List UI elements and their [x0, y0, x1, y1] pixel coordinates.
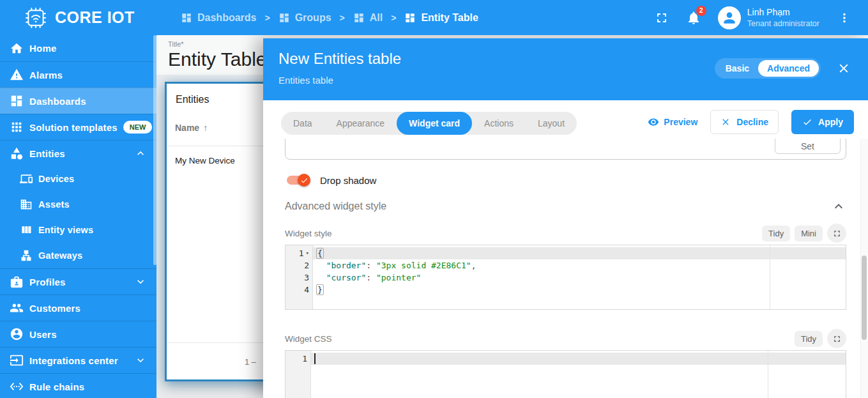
line-number: 1 [286, 353, 310, 365]
sidebar-item-label: Integrations center [29, 355, 118, 366]
chevron-down-icon[interactable] [134, 275, 147, 288]
sidebar-item-label: Home [29, 43, 56, 54]
sidebar-item-customers[interactable]: Customers [0, 295, 156, 321]
breadcrumb-item-dashboards[interactable]: Dashboards [181, 12, 256, 24]
notifications-button[interactable]: 2 [686, 10, 701, 26]
sidebar-item-gateways[interactable]: Gateways [0, 243, 156, 268]
code-area[interactable]: { "border": "3px solid #2E86C1", "cursor… [313, 245, 846, 309]
mode-option-basic[interactable]: Basic [717, 60, 758, 77]
sidebar-item-devices[interactable]: Devices [0, 166, 156, 192]
sidebar-item-entities[interactable]: Entities [0, 140, 156, 166]
x-icon [720, 117, 731, 127]
breadcrumb-item-all[interactable]: All [353, 12, 383, 24]
text-cursor [314, 353, 316, 364]
sidebar-item-users[interactable]: Users [0, 321, 156, 347]
widget-style-tidy-button[interactable]: Tidy [762, 226, 790, 241]
fullscreen-icon [832, 334, 842, 344]
modal-scrollbar-thumb[interactable] [862, 256, 867, 340]
dashboard-icon [353, 12, 365, 24]
sidebar-item-label: Gateways [38, 250, 82, 261]
tab-actions[interactable]: Actions [472, 112, 526, 135]
column-label: Name [175, 123, 199, 133]
user-role: Tenant administrator [747, 19, 819, 28]
fullscreen-icon[interactable] [654, 10, 669, 26]
app-logo[interactable]: CORE IOT [0, 5, 156, 31]
tab-layout[interactable]: Layout [526, 112, 577, 135]
close-icon[interactable] [837, 61, 851, 75]
sidebar-scrollbar[interactable] [153, 35, 156, 265]
code-line: } [313, 284, 846, 296]
decline-button[interactable]: Decline [710, 110, 779, 134]
tab-data[interactable]: Data [281, 112, 324, 135]
breadcrumb-label: All [370, 12, 383, 24]
edit-widget-panel: New Entities table Entities table BasicA… [263, 38, 868, 398]
fold-arrow-icon[interactable]: ▾ [306, 250, 309, 256]
preview-button[interactable]: Preview [648, 116, 697, 128]
widget-css-editor: 1 [285, 350, 846, 398]
dashboard-icon [278, 12, 290, 24]
line-number: 1▾ [286, 247, 312, 259]
avatar [718, 6, 741, 29]
sidebar-item-entity-views[interactable]: Entity views [0, 217, 156, 243]
eye-icon [648, 116, 659, 128]
sidebar-item-rule-chains[interactable]: Rule chains [0, 373, 156, 398]
apply-button[interactable]: Apply [791, 110, 854, 134]
user-name: Linh Phạm [747, 7, 819, 17]
code-area[interactable] [311, 351, 846, 398]
sidebar-item-label: Dashboards [29, 96, 86, 107]
sidebar-item-home[interactable]: Home [0, 35, 156, 61]
sidebar-item-solution-templates[interactable]: Solution templatesNEW [0, 114, 156, 140]
breadcrumb-label: Entity Table [421, 12, 478, 24]
breadcrumb-label: Groups [295, 12, 331, 24]
chevron-up-icon[interactable] [134, 147, 147, 160]
sidebar-item-profiles[interactable]: Profiles [0, 268, 156, 295]
notification-badge: 2 [696, 6, 706, 16]
modal-scroll-content: Border radius Set Drop shadow Advanced w… [263, 139, 868, 398]
chevron-down-icon[interactable] [134, 354, 147, 367]
collapse-chevron-up-icon[interactable] [831, 199, 846, 214]
sidebar-item-integrations-center[interactable]: Integrations center [0, 347, 156, 373]
widget-css-buttons: Tidy [795, 329, 846, 348]
tab-appearance[interactable]: Appearance [324, 112, 397, 135]
line-number: 2 [286, 259, 312, 272]
sidebar-item-dashboards[interactable]: Dashboards [0, 88, 156, 114]
sidebar-item-label: Entity views [38, 225, 93, 235]
toolbar-actions: Preview Decline Apply [648, 110, 854, 134]
modal-header: New Entities table Entities table BasicA… [263, 38, 868, 100]
sidebar-item-assets[interactable]: Assets [0, 192, 156, 217]
assets-icon [20, 198, 33, 211]
widget-css-tidy-button[interactable]: Tidy [795, 331, 823, 347]
widget-style-fullscreen-button[interactable] [827, 224, 846, 243]
customers-icon [10, 301, 24, 315]
more-vert-icon[interactable] [837, 11, 851, 25]
set-button[interactable]: Set [775, 139, 841, 154]
border-radius-row: Border radius Set [285, 139, 846, 160]
toggle-thumb-check-icon [298, 174, 310, 187]
rule-chains-icon [10, 379, 24, 394]
fullscreen-icon [832, 229, 842, 238]
sidebar-item-label: Solution templates [29, 122, 118, 133]
breadcrumb-item-entity-table[interactable]: Entity Table [404, 12, 478, 24]
tab-widget-card[interactable]: Widget card [397, 112, 472, 135]
code-line: { [313, 247, 846, 259]
coreiot-chip-icon [23, 5, 49, 31]
pagination-range: 1 – [245, 357, 256, 367]
sidebar-item-alarms[interactable]: Alarms [0, 61, 156, 88]
modal-title: New Entities table [278, 50, 401, 68]
breadcrumb-item-groups[interactable]: Groups [278, 12, 331, 24]
widget-css-fullscreen-button[interactable] [827, 329, 846, 348]
dashboard-icon [181, 12, 192, 24]
print-margin-line [770, 245, 770, 309]
widget-style-mini-button[interactable]: Mini [795, 226, 823, 241]
sidebar-item-label: Entities [29, 148, 65, 159]
devices-icon [20, 172, 33, 185]
users-icon [10, 327, 24, 341]
border-radius-field[interactable]: Border radius [285, 139, 846, 160]
drop-shadow-toggle[interactable] [286, 174, 310, 187]
user-menu[interactable]: Linh Phạm Tenant administrator [718, 6, 819, 29]
widget-css-label: Widget CSS [285, 334, 332, 344]
breadcrumb-separator: > [391, 13, 396, 23]
basic-advanced-toggle: BasicAdvanced [715, 58, 821, 79]
mode-option-advanced[interactable]: Advanced [758, 60, 819, 77]
column-header-name[interactable]: Name ↑ [175, 123, 208, 133]
